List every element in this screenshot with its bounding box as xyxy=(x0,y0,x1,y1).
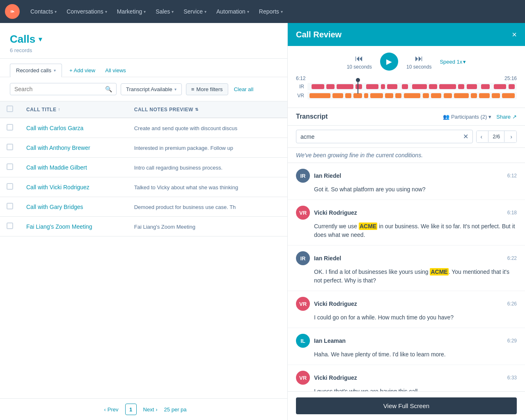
call-title-link-2[interactable]: Call with Maddie Gilbert xyxy=(26,164,87,171)
table-row: Call with Anthony Brewer Interested in p… xyxy=(0,138,287,158)
call-notes-1: Interested in premium package. Follow up xyxy=(134,145,233,151)
transcript-title: Transcript xyxy=(296,113,328,120)
transcript-messages: IR Ian Riedel 6:12 Got it. So what platf… xyxy=(288,163,525,391)
search-next-button[interactable]: › xyxy=(506,131,516,142)
message-text-0: Got it. So what platform are you using n… xyxy=(296,185,517,194)
message-block: VR Vicki Rodriguez 6:33 I guess that's w… xyxy=(288,365,525,391)
speaker-info-5: VR Vicki Rodriguez xyxy=(296,371,357,385)
speaker-info-1: VR Vicki Rodriguez xyxy=(296,206,357,220)
transcript-search-box[interactable]: ✕ xyxy=(296,130,473,143)
nav-automation-chevron: ▾ xyxy=(247,9,249,14)
fullscreen-button[interactable]: View Full Screen xyxy=(296,397,517,414)
nav-reports-chevron: ▾ xyxy=(281,9,283,14)
play-button[interactable]: ▶ xyxy=(380,53,398,71)
participants-button[interactable]: 👥 Participants (2) ▾ xyxy=(443,114,491,120)
call-review-panel: Call Review × ⏮ 10 seconds ▶ ⏭ 10 second… xyxy=(287,23,525,420)
message-block: IR Ian Riedel 6:12 Got it. So what platf… xyxy=(288,163,525,200)
message-text-5: I guess that's why we are having this ca… xyxy=(296,387,517,391)
clear-all-button[interactable]: Clear all xyxy=(232,84,255,95)
nav-service-chevron: ▾ xyxy=(204,9,206,14)
tab-recorded-chevron-icon: ▾ xyxy=(54,68,56,73)
close-button[interactable]: × xyxy=(512,30,517,39)
speed-chevron-icon: ▾ xyxy=(463,59,466,65)
forward-button[interactable]: ⏭ 10 seconds xyxy=(406,54,431,70)
speaker-name-3: Vicki Rodriguez xyxy=(314,301,357,307)
search-box[interactable]: 🔍 xyxy=(10,83,117,95)
row-checkbox-1[interactable] xyxy=(7,144,13,150)
waveform-container[interactable]: 6:12 25:16 IR VR xyxy=(296,76,517,99)
transcript-available-filter[interactable]: Transcript Available ▾ xyxy=(121,83,182,95)
message-time-0: 6:12 xyxy=(507,173,517,179)
call-title-link-3[interactable]: Call with Vicki Rodriguez xyxy=(26,184,89,190)
next-icon: › xyxy=(156,406,157,413)
table-row: Call with Maddie Gilbert Intro call rega… xyxy=(0,158,287,177)
playhead[interactable] xyxy=(358,80,358,94)
participants-icon: 👥 xyxy=(443,114,449,120)
top-navigation: Contacts ▾ Conversations ▾ Marketing ▾ S… xyxy=(0,0,525,23)
tab-add-view[interactable]: + Add view xyxy=(67,64,98,77)
call-title-link-0[interactable]: Call with Carlos Garza xyxy=(26,125,83,131)
nav-automation[interactable]: Automation ▾ xyxy=(212,6,253,17)
tab-recorded-calls[interactable]: Recorded calls ▾ xyxy=(10,64,62,77)
nav-sales-chevron: ▾ xyxy=(172,9,174,14)
message-text-1: Currently we use ACME in our business. W… xyxy=(296,222,517,239)
message-header-1: VR Vicki Rodriguez 6:18 xyxy=(296,206,517,220)
call-review-title: Call Review xyxy=(296,30,342,39)
nav-reports[interactable]: Reports ▾ xyxy=(255,6,287,17)
current-page[interactable]: 1 xyxy=(125,404,137,415)
speaker-name-5: Vicki Rodriguez xyxy=(314,374,357,381)
tab-all-views[interactable]: All views xyxy=(103,64,128,77)
clear-search-button[interactable]: ✕ xyxy=(463,133,468,140)
nav-marketing-chevron: ▾ xyxy=(144,9,146,14)
speaker-info-4: IL Ian Leaman xyxy=(296,334,346,348)
call-title-link-5[interactable]: Fai Liang's Zoom Meeting xyxy=(26,223,92,230)
more-filters-button[interactable]: ≡ More filters xyxy=(186,83,228,95)
message-block: IL Ian Leaman 6:29 Haha. We have plenty … xyxy=(288,328,525,365)
call-notes-3: Talked to Vicky about what she was think… xyxy=(134,184,238,190)
call-title-sort-icon[interactable]: ↑ xyxy=(58,107,60,112)
highlighted-term: ACME xyxy=(430,268,448,275)
nav-contacts[interactable]: Contacts ▾ xyxy=(26,6,61,17)
row-checkbox-2[interactable] xyxy=(7,163,13,170)
select-all-checkbox[interactable] xyxy=(7,106,13,112)
avatar-3: VR xyxy=(296,297,310,311)
nav-conversations[interactable]: Conversations ▾ xyxy=(62,6,111,17)
table-row: Fai Liang's Zoom Meeting Fai Liang's Zoo… xyxy=(0,217,287,236)
speed-button[interactable]: Speed 1x ▾ xyxy=(440,59,466,65)
transcript-search-bar: ✕ ‹ 2/6 › xyxy=(288,126,525,148)
page-title-chevron-icon[interactable]: ▾ xyxy=(39,35,42,43)
page-header: Calls ▾ 6 records xyxy=(0,23,287,59)
search-prev-button[interactable]: ‹ xyxy=(477,131,487,142)
next-page-button[interactable]: Next › xyxy=(140,405,161,414)
transcript-search-input[interactable] xyxy=(300,133,463,140)
rewind-button[interactable]: ⏮ 10 seconds xyxy=(347,54,372,70)
row-checkbox-4[interactable] xyxy=(7,203,13,209)
prev-page-button[interactable]: ‹ Prev xyxy=(101,405,122,414)
transcript-header: Transcript 👥 Participants (2) ▾ Share ↗ xyxy=(288,108,525,126)
message-text-4: Haha. We have plenty of time. I'd like t… xyxy=(296,350,517,359)
message-header-5: VR Vicki Rodriguez 6:33 xyxy=(296,371,517,385)
nav-service[interactable]: Service ▾ xyxy=(179,6,211,17)
vr-label: VR xyxy=(296,93,304,99)
table-row: Call with Vicki Rodriguez Talked to Vick… xyxy=(0,177,287,197)
share-button[interactable]: Share ↗ xyxy=(496,114,517,120)
avatar-1: VR xyxy=(296,206,310,220)
per-page-selector[interactable]: 25 per pa xyxy=(164,406,187,413)
row-checkbox-3[interactable] xyxy=(7,183,13,190)
row-checkbox-5[interactable] xyxy=(7,223,13,229)
call-review-header: Call Review × xyxy=(288,23,525,46)
vr-waveform-track[interactable] xyxy=(307,92,517,99)
nav-marketing[interactable]: Marketing ▾ xyxy=(113,6,150,17)
call-title-link-1[interactable]: Call with Anthony Brewer xyxy=(26,145,90,151)
row-checkbox-0[interactable] xyxy=(7,124,13,131)
call-notes-sort-icon[interactable]: ⇅ xyxy=(195,107,199,112)
nav-sales[interactable]: Sales ▾ xyxy=(151,6,178,17)
time-end: 25:16 xyxy=(504,76,517,81)
participants-chevron-icon: ▾ xyxy=(488,114,491,120)
ir-waveform-track[interactable] xyxy=(307,83,517,90)
search-input[interactable] xyxy=(14,86,105,92)
speaker-name-0: Ian Riedel xyxy=(314,172,341,179)
message-text-3: I could go on for a while. How much time… xyxy=(296,313,517,322)
call-title-link-4[interactable]: Call with Gary Bridges xyxy=(26,204,83,210)
record-count: 6 records xyxy=(10,47,277,53)
